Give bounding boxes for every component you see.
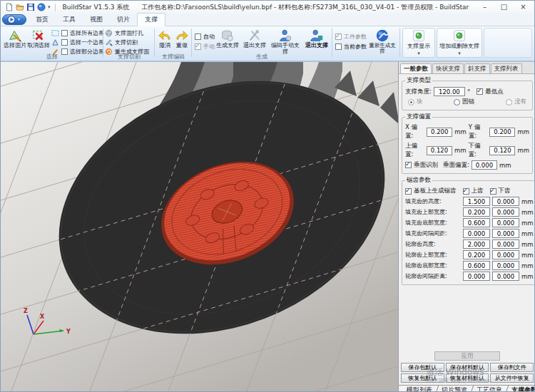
up-offset-label: 上偏置: <box>405 142 424 159</box>
add-remove-support-dropdown[interactable]: 增加或删除支撑 ▾ <box>437 28 482 58</box>
mm-unit: mm <box>517 147 529 154</box>
deselect-button[interactable]: 取消选择 <box>27 29 50 49</box>
vertical-offset-input[interactable] <box>472 160 497 170</box>
window-title: BuildStar V1.5.3 系统 工作包名称:D:\FarsoonSLS\… <box>63 3 475 12</box>
redo-button[interactable]: 重做 <box>174 29 190 49</box>
maximize-button[interactable]: □ <box>494 2 514 12</box>
sawtooth-value2-input[interactable] <box>492 239 519 249</box>
radio-none[interactable]: 没有 <box>506 98 526 106</box>
current-params-checkbox[interactable]: 当前参数 <box>335 43 367 51</box>
x-offset-input[interactable] <box>427 128 452 137</box>
tab-slant-support[interactable]: 斜支撑 <box>464 63 490 73</box>
regenerate-support-button[interactable]: 重新生成支撑 <box>367 29 398 55</box>
workpiece-params-checkbox[interactable]: 工件参数 <box>335 33 367 41</box>
bottom-tab-process-info[interactable]: 工艺信息 <box>471 386 509 392</box>
bottom-tab-support-params[interactable]: 支撑参数 <box>506 386 535 392</box>
edit-manual-support-button[interactable]: 编辑手动支撑 <box>269 29 302 56</box>
vertical-offset-label: 垂面偏置: <box>443 161 469 170</box>
save-icon[interactable] <box>26 3 35 11</box>
angle-input[interactable] <box>434 87 465 96</box>
blue-wrench-icon <box>375 29 389 43</box>
down-offset-label: 下偏置: <box>469 142 488 159</box>
exit-support-button-2[interactable]: 退出支撑 <box>303 29 330 49</box>
sawtooth-value2-input[interactable] <box>492 250 519 259</box>
tab-home[interactable]: 首页 <box>29 14 56 26</box>
support-cut-label: 支撑切割 <box>115 38 138 46</box>
sawtooth-value1-input[interactable] <box>463 239 490 249</box>
sawtooth-value1-input[interactable] <box>463 261 490 270</box>
lower-teeth-checkbox[interactable]: 下齿 <box>490 187 511 195</box>
bottom-tab-model-list[interactable]: 模型列表 <box>401 386 439 392</box>
up-offset-input[interactable] <box>427 146 452 155</box>
vertical-face-checkbox[interactable]: 垂面识别 <box>405 161 438 170</box>
lowest-point-checkbox[interactable]: 最低点 <box>477 88 504 96</box>
ribbon: 选择面片 取消选择 选择所有边界 选择一个边界 选择部分边界 选择 <box>1 26 534 62</box>
sawtooth-value1-input[interactable] <box>463 250 490 259</box>
sawtooth-value1-input[interactable] <box>463 272 490 281</box>
support-display-dropdown[interactable]: 支撑显示 ▾ <box>402 28 435 58</box>
qat-caret-icon[interactable]: ▾ <box>48 4 51 10</box>
auto-label: 自动 <box>203 33 215 41</box>
open-file-icon[interactable] <box>16 3 24 11</box>
tab-slice[interactable]: 切片 <box>110 14 137 26</box>
sawtooth-value2-input[interactable] <box>492 218 519 227</box>
sawtooth-value1-input[interactable] <box>463 218 490 227</box>
tab-block-support[interactable]: 块状支撑 <box>432 63 464 73</box>
minimize-button[interactable]: – <box>475 2 494 12</box>
tab-general-params[interactable]: 一般参数 <box>400 63 432 73</box>
manual-checkbox[interactable]: 手动 <box>195 43 215 51</box>
application-button[interactable] <box>2 14 26 25</box>
exit-support-button-1[interactable]: 退出支撑 <box>242 29 268 49</box>
sawtooth-value2-input[interactable] <box>492 207 519 217</box>
apply-button[interactable]: 应用 <box>434 351 500 361</box>
sawtooth-on-baseplate-checkbox[interactable]: 基板上生成锯齿 <box>405 187 457 195</box>
viewport-3d[interactable]: Z X Y <box>1 62 398 392</box>
sawtooth-value1-input[interactable] <box>463 207 490 217</box>
sawtooth-value1-input[interactable] <box>463 229 490 238</box>
radio-chain[interactable]: 固链 <box>454 98 474 106</box>
exit-support-label-2: 退出支撑 <box>305 43 328 49</box>
bottom-tab-slice-preview[interactable]: 切片预览 <box>436 386 474 392</box>
select-facet-button[interactable]: 选择面片 <box>4 29 26 49</box>
sawtooth-value2-input[interactable] <box>492 261 519 270</box>
mm-unit: mm <box>521 220 534 227</box>
tab-view[interactable]: 视图 <box>83 14 110 26</box>
save-package-default-button[interactable]: 保存包默认 <box>401 363 444 372</box>
y-offset-input[interactable] <box>489 128 515 137</box>
select-facet-icon <box>8 29 22 43</box>
tab-tools[interactable]: 工具 <box>56 14 83 26</box>
auto-checkbox[interactable]: 自动 <box>195 33 215 41</box>
mm-unit: mm <box>521 241 534 248</box>
select-one-border-checkbox[interactable]: 选择一个边界 <box>61 38 104 46</box>
down-offset-input[interactable] <box>489 146 515 155</box>
undo-button[interactable]: 撤消 <box>157 29 173 49</box>
sawtooth-value2-input[interactable] <box>492 229 519 238</box>
generate-support-button[interactable]: 生成支撑 <box>215 29 240 49</box>
sawtooth-row: 填充齿间隔间距: mm <box>405 229 534 238</box>
save-material-default-button[interactable]: 保存材料默认 <box>446 363 489 372</box>
sawtooth-row: 轮廓齿高度: mm <box>405 239 534 249</box>
upper-teeth-checkbox[interactable]: 上齿 <box>463 187 484 195</box>
app-orb-icon[interactable] <box>37 3 46 11</box>
select-all-borders-checkbox[interactable]: 选择所有边界 <box>61 29 104 37</box>
support-punch-button[interactable]: 支撑面打孔 <box>105 29 143 37</box>
sawtooth-row-label: 填充齿的高度: <box>405 197 461 205</box>
restore-from-file-button[interactable]: 从文件中恢复 <box>490 373 534 383</box>
panel-tabs: 一般参数 块状支撑 斜支撑 支撑列表 <box>399 62 535 74</box>
radio-chain-label: 固链 <box>462 98 474 106</box>
support-type-fieldset: 支撑类型 支撑角度: ° 最低点 块 固链 没有 <box>402 76 533 110</box>
restore-material-default-button[interactable]: 恢复材料默认 <box>446 373 489 383</box>
support-cut-button[interactable]: 支撑切割 <box>105 38 138 46</box>
close-button[interactable]: × <box>514 2 533 12</box>
tab-support[interactable]: 支撑 <box>137 13 165 26</box>
restore-package-default-button[interactable]: 恢复包默认 <box>401 373 444 383</box>
radio-block[interactable]: 块 <box>408 98 423 106</box>
support-punch-label: 支撑面打孔 <box>115 29 143 37</box>
group-label-support-cut: 支撑切割 <box>105 53 153 61</box>
sawtooth-value2-input[interactable] <box>492 197 519 206</box>
tab-support-list[interactable]: 支撑列表 <box>491 63 522 73</box>
save-to-file-button[interactable]: 保存到文件 <box>490 363 534 372</box>
sawtooth-value2-input[interactable] <box>492 272 519 281</box>
new-file-icon[interactable] <box>5 3 14 11</box>
sawtooth-value1-input[interactable] <box>463 197 490 206</box>
